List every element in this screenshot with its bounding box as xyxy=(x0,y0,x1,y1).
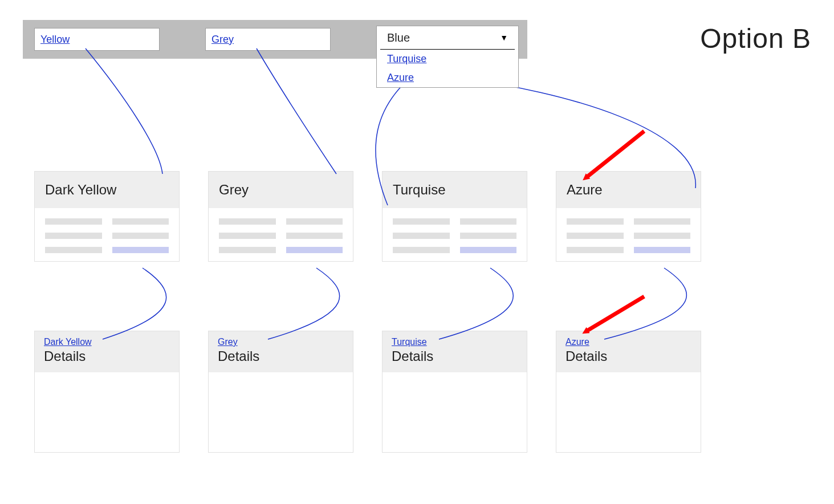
details-body xyxy=(383,372,527,452)
placeholder-bar-accent[interactable] xyxy=(112,247,169,253)
details-link[interactable]: Dark Yellow xyxy=(44,337,92,347)
dropdown-selected-label: Blue xyxy=(387,31,410,44)
svg-line-1 xyxy=(587,296,644,331)
placeholder-bar xyxy=(286,218,343,225)
details-header: Grey Details xyxy=(209,331,353,372)
search-link-grey[interactable]: Grey xyxy=(211,34,234,46)
details-body xyxy=(556,372,701,452)
svg-line-0 xyxy=(587,131,644,177)
placeholder-bar xyxy=(219,247,276,253)
details-link[interactable]: Azure xyxy=(566,337,589,347)
details-card-dark-yellow: Dark Yellow Details xyxy=(34,331,180,453)
card-grey: Grey xyxy=(208,171,353,262)
card-body xyxy=(556,208,701,261)
placeholder-bar xyxy=(393,233,450,239)
card-header: Azure xyxy=(556,172,701,208)
card-header: Dark Yellow xyxy=(35,172,179,208)
cards-row: Dark Yellow Grey xyxy=(34,171,701,262)
search-dropdown[interactable]: Blue ▼ Turquise Azure xyxy=(376,26,519,88)
details-link[interactable]: Turquise xyxy=(392,337,427,347)
card-header: Grey xyxy=(209,172,353,208)
placeholder-bar xyxy=(634,218,691,225)
details-header: Turquise Details xyxy=(383,331,527,372)
placeholder-bar xyxy=(219,233,276,239)
diagram-canvas: Option B Yellow Grey Blue ▼ Turquise Azu… xyxy=(0,0,834,504)
details-title: Details xyxy=(392,348,518,364)
placeholder-bar xyxy=(112,218,169,225)
details-title: Details xyxy=(44,348,170,364)
placeholder-bar xyxy=(460,218,517,225)
placeholder-bar-accent[interactable] xyxy=(460,247,517,253)
card-dark-yellow: Dark Yellow xyxy=(34,171,180,262)
placeholder-bar xyxy=(393,247,450,253)
placeholder-bar xyxy=(393,218,450,225)
page-title: Option B xyxy=(700,23,811,54)
details-title: Details xyxy=(566,348,691,364)
dropdown-link-turquise[interactable]: Turquise xyxy=(387,53,426,64)
placeholder-bar xyxy=(634,233,691,239)
details-header: Azure Details xyxy=(556,331,701,372)
placeholder-bar xyxy=(567,218,624,225)
dropdown-header[interactable]: Blue ▼ xyxy=(380,26,515,50)
details-link[interactable]: Grey xyxy=(218,337,238,347)
placeholder-bar xyxy=(460,233,517,239)
placeholder-bar xyxy=(45,218,102,225)
placeholder-bar xyxy=(219,218,276,225)
placeholder-bar xyxy=(567,233,624,239)
dropdown-item-azure[interactable]: Azure xyxy=(377,68,518,87)
card-body xyxy=(35,208,179,261)
dropdown-link-azure[interactable]: Azure xyxy=(387,72,414,83)
card-turquise: Turquise xyxy=(382,171,527,262)
details-body xyxy=(209,372,353,452)
search-field-grey[interactable]: Grey xyxy=(205,28,331,51)
placeholder-bar xyxy=(112,233,169,239)
search-field-yellow[interactable]: Yellow xyxy=(34,28,160,51)
placeholder-bar xyxy=(45,233,102,239)
details-title: Details xyxy=(218,348,344,364)
card-header: Turquise xyxy=(383,172,527,208)
search-link-yellow[interactable]: Yellow xyxy=(40,34,70,46)
card-body xyxy=(383,208,527,261)
details-card-grey: Grey Details xyxy=(208,331,353,453)
placeholder-bar-accent[interactable] xyxy=(286,247,343,253)
details-row: Dark Yellow Details Grey Details Turquis… xyxy=(34,331,701,453)
dropdown-caret-icon: ▼ xyxy=(500,33,508,42)
card-azure: Azure xyxy=(556,171,701,262)
placeholder-bar xyxy=(286,233,343,239)
placeholder-bar xyxy=(45,247,102,253)
card-body xyxy=(209,208,353,261)
placeholder-bar xyxy=(567,247,624,253)
details-card-turquise: Turquise Details xyxy=(382,331,527,453)
details-card-azure: Azure Details xyxy=(556,331,701,453)
details-header: Dark Yellow Details xyxy=(35,331,179,372)
details-body xyxy=(35,372,179,452)
dropdown-item-turquise[interactable]: Turquise xyxy=(377,50,518,68)
placeholder-bar-accent[interactable] xyxy=(634,247,691,253)
